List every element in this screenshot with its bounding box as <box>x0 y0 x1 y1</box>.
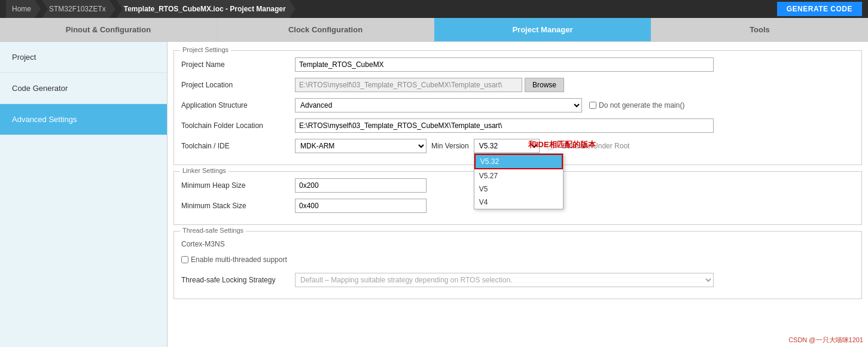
min-heap-input[interactable] <box>295 178 427 193</box>
tab-tools[interactable]: Tools <box>651 18 868 41</box>
version-option-v5[interactable]: V5 <box>474 182 563 196</box>
watermark: CSDN @一只大喵咪1201 <box>788 336 863 345</box>
breadcrumb-bar: Home STM32F103ZETx Template_RTOS_CubeMX.… <box>0 0 868 18</box>
thread-safe-strategy-label: Thread-safe Locking Strategy <box>181 276 295 284</box>
app-structure-select[interactable]: Advanced <box>295 98 582 112</box>
do-not-generate-checkbox[interactable] <box>589 102 596 109</box>
min-stack-label: Minimum Stack Size <box>181 202 295 210</box>
tab-project-manager[interactable]: Project Manager <box>434 18 651 41</box>
main-layout: Project Code Generator Advanced Settings… <box>0 42 868 347</box>
min-version-label: Min Version <box>431 142 469 150</box>
content-inner: Project Settings Project Name Project Lo… <box>167 42 868 308</box>
sidebar-item-project[interactable]: Project <box>0 42 167 73</box>
enable-multithread-checkbox[interactable] <box>181 256 188 263</box>
thread-safe-section: Thread-safe Settings Cortex-M3NS Enable … <box>173 231 862 299</box>
project-name-row: Project Name <box>181 57 854 72</box>
toolchain-ide-label: Toolchain / IDE <box>181 142 295 150</box>
version-option-v4[interactable]: V4 <box>474 196 563 209</box>
min-heap-label: Minimum Heap Size <box>181 181 295 190</box>
version-option-v532[interactable]: V5.32 <box>474 154 563 169</box>
toolchain-ide-row: Toolchain / IDE MDK-ARM Min Version V5.3… <box>181 138 854 154</box>
toolchain-folder-row: Toolchain Folder Location <box>181 118 854 133</box>
project-name-label: Project Name <box>181 60 295 69</box>
thread-safe-strategy-row: Thread-safe Locking Strategy Default – M… <box>181 272 854 288</box>
tab-bar: Pinout & Configuration Clock Configurati… <box>0 18 868 42</box>
project-location-label: Project Location <box>181 81 295 89</box>
sidebar: Project Code Generator Advanced Settings <box>0 42 167 347</box>
project-location-input <box>295 78 522 92</box>
enable-multithread-row: Enable multi-threaded support <box>181 252 854 267</box>
project-location-row: Project Location Browse <box>181 77 854 93</box>
project-settings-title: Project Settings <box>180 46 231 53</box>
breadcrumb-home[interactable]: Home <box>6 0 41 18</box>
generate-code-button[interactable]: GENERATE CODE <box>777 2 862 16</box>
project-settings-section: Project Settings Project Name Project Lo… <box>173 50 862 165</box>
app-structure-label: Application Structure <box>181 101 295 109</box>
linker-settings-title: Linker Settings <box>180 167 229 174</box>
sidebar-item-code-generator[interactable]: Code Generator <box>0 73 167 104</box>
tab-pinout[interactable]: Pinout & Configuration <box>0 18 217 41</box>
annotation-text: 和IDE相匹配的版本 <box>528 139 596 150</box>
browse-button[interactable]: Browse <box>525 78 564 92</box>
cortex-label: Cortex-M3NS <box>181 240 854 248</box>
breadcrumb-project[interactable]: Template_RTOS_CubeMX.ioc - Project Manag… <box>117 0 296 18</box>
min-stack-input[interactable] <box>295 199 427 213</box>
version-option-v527[interactable]: V5.27 <box>474 169 563 182</box>
version-dropdown-popup[interactable]: V5.32 V5.27 V5 V4 <box>474 153 564 209</box>
thread-safe-title: Thread-safe Settings <box>180 227 246 234</box>
toolchain-folder-label: Toolchain Folder Location <box>181 121 295 130</box>
breadcrumb-device[interactable]: STM32F103ZETx <box>42 0 115 18</box>
enable-multithread-label: Enable multi-threaded support <box>181 255 287 264</box>
sidebar-item-advanced-settings[interactable]: Advanced Settings <box>0 104 167 135</box>
toolchain-ide-select[interactable]: MDK-ARM <box>295 139 427 153</box>
content-area: Project Settings Project Name Project Lo… <box>167 42 868 347</box>
thread-safe-strategy-select[interactable]: Default – Mapping suitable strategy depe… <box>295 273 714 287</box>
do-not-generate-label: Do not generate the main() <box>589 101 684 109</box>
project-name-input[interactable] <box>295 57 714 72</box>
tab-clock[interactable]: Clock Configuration <box>217 18 434 41</box>
toolchain-folder-input[interactable] <box>295 118 714 133</box>
app-structure-row: Application Structure Advanced Do not ge… <box>181 98 854 113</box>
